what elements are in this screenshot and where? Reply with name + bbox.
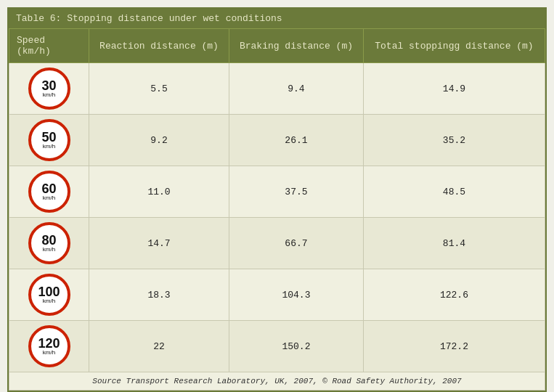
table-row: 120 km/h 22150.2172.2 (9, 321, 545, 372)
speed-number: 60 (41, 182, 56, 195)
braking-cell: 104.3 (229, 269, 364, 321)
braking-cell: 37.5 (229, 166, 364, 218)
total-cell: 81.4 (363, 218, 545, 269)
table-row: 100 km/h 18.3104.3122.6 (9, 269, 545, 321)
braking-cell: 26.1 (229, 115, 364, 166)
speed-number: 120 (38, 337, 60, 350)
braking-cell: 66.7 (229, 218, 364, 269)
reaction-cell: 5.5 (89, 63, 229, 115)
braking-cell: 9.4 (229, 63, 364, 115)
speed-unit: km/h (43, 92, 55, 98)
source-text: Source Transport Research Laboratory, UK… (9, 372, 545, 391)
reaction-cell: 11.0 (89, 166, 229, 218)
speed-unit: km/h (43, 298, 55, 304)
speed-sign: 120 km/h (28, 325, 70, 367)
speed-cell: 100 km/h (9, 269, 89, 321)
speed-unit: km/h (43, 195, 55, 201)
header-braking: Braking distance (m) (229, 29, 364, 63)
total-cell: 122.6 (363, 269, 545, 321)
speed-sign: 50 km/h (28, 119, 70, 161)
reaction-cell: 14.7 (89, 218, 229, 269)
speed-number: 80 (41, 234, 56, 247)
header-speed: Speed (km/h) (9, 29, 89, 63)
speed-cell: 120 km/h (9, 321, 89, 372)
source-row: Source Transport Research Laboratory, UK… (9, 372, 545, 391)
speed-number: 30 (41, 79, 56, 92)
speed-cell: 50 km/h (9, 115, 89, 166)
total-cell: 172.2 (363, 321, 545, 372)
header-total: Total stoppingg distance (m) (363, 29, 545, 63)
stopping-distance-table: Speed (km/h) Reaction distance (m) Braki… (9, 28, 545, 391)
speed-sign: 80 km/h (28, 222, 70, 264)
total-cell: 14.9 (363, 63, 545, 115)
speed-unit: km/h (43, 350, 55, 356)
header-reaction: Reaction distance (m) (89, 29, 229, 63)
table-row: 30 km/h 5.59.414.9 (9, 63, 545, 115)
table-row: 60 km/h 11.037.548.5 (9, 166, 545, 218)
speed-sign: 60 km/h (28, 171, 70, 213)
speed-number: 100 (38, 285, 60, 298)
speed-cell: 80 km/h (9, 218, 89, 269)
reaction-cell: 9.2 (89, 115, 229, 166)
speed-number: 50 (41, 131, 56, 144)
total-cell: 48.5 (363, 166, 545, 218)
speed-cell: 60 km/h (9, 166, 89, 218)
total-cell: 35.2 (363, 115, 545, 166)
braking-cell: 150.2 (229, 321, 364, 372)
table-row: 80 km/h 14.766.781.4 (9, 218, 545, 269)
reaction-cell: 22 (89, 321, 229, 372)
reaction-cell: 18.3 (89, 269, 229, 321)
table-title: Table 6: Stopping distance under wet con… (9, 9, 545, 28)
speed-cell: 30 km/h (9, 63, 89, 115)
speed-sign: 30 km/h (28, 68, 70, 110)
table-header-row: Speed (km/h) Reaction distance (m) Braki… (9, 29, 545, 63)
table-row: 50 km/h 9.226.135.2 (9, 115, 545, 166)
table-wrapper: Table 6: Stopping distance under wet con… (7, 7, 547, 392)
speed-unit: km/h (43, 247, 55, 253)
speed-sign: 100 km/h (28, 274, 70, 316)
speed-unit: km/h (43, 144, 55, 150)
